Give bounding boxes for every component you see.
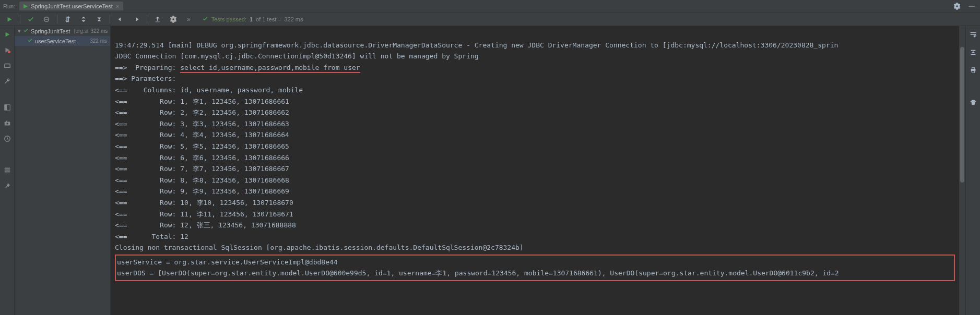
run-tab[interactable]: ▶ SpringJunitTest.userServiceTest ×: [19, 2, 123, 10]
clock-icon[interactable]: [2, 134, 13, 144]
next-test-icon[interactable]: [131, 14, 141, 25]
camera-icon[interactable]: [2, 118, 13, 128]
svg-point-1: [7, 51, 10, 53]
scroll-to-end-icon[interactable]: [968, 47, 978, 57]
console-line: <== Columns: id, username, password, mob…: [115, 86, 303, 94]
tests-passed-label: Tests passed:: [211, 16, 246, 22]
soft-wrap-icon[interactable]: [968, 29, 978, 40]
check-icon: [27, 38, 33, 44]
console-row: <== Row: 3, 李3, 123456, 13071686663: [115, 120, 289, 128]
console-row: <== Row: 10, 李10, 123456, 1307168670: [115, 199, 293, 207]
console-line: ==> Preparing: select id,username,passwo…: [115, 64, 360, 73]
console-line: userService = org.star.service.UserServi…: [117, 258, 338, 266]
prev-test-icon[interactable]: [115, 14, 126, 25]
more-options-icon[interactable]: [168, 14, 179, 25]
tests-duration: 322 ms: [284, 16, 303, 22]
tests-total-label: of 1 test –: [256, 16, 281, 22]
expand-all-icon[interactable]: [78, 14, 89, 25]
console-line: ==> Parameters:: [115, 75, 180, 82]
vertical-scrollbar[interactable]: [959, 26, 965, 315]
scrollbar-thumb[interactable]: [960, 47, 964, 183]
svg-point-6: [6, 123, 8, 125]
separator: [147, 15, 147, 24]
highlighted-output: userService = org.star.service.UserServi…: [115, 255, 955, 281]
chevron-right-icon[interactable]: »: [187, 16, 191, 23]
rerun-icon[interactable]: [2, 29, 13, 40]
clear-all-icon[interactable]: [968, 97, 978, 107]
collapse-all-icon[interactable]: [94, 14, 104, 25]
console-row: <== Row: 9, 李9, 123456, 13071686669: [115, 187, 289, 195]
svg-rect-14: [972, 71, 974, 73]
console-row: <== Row: 2, 李2, 123456, 13071686662: [115, 108, 289, 116]
pin-icon[interactable]: [2, 180, 13, 191]
tree-root-pkg: (org.st: [74, 28, 88, 34]
console-row: <== Row: 8, 李8, 123456, 13071686668: [115, 176, 289, 184]
show-passed-toggle[interactable]: [26, 14, 36, 25]
tree-child-label: userServiceTest: [35, 38, 76, 44]
chevron-down-icon[interactable]: ▾: [18, 28, 21, 34]
console-line: <== Total: 12: [115, 233, 188, 240]
console-row: <== Row: 5, 李5, 123456, 13071686665: [115, 142, 289, 150]
rerun-failed-icon[interactable]: [2, 45, 13, 55]
sort-icon[interactable]: [63, 14, 73, 25]
test-tree[interactable]: ▾ SpringJunitTest (org.st 322 ms userSer…: [15, 26, 111, 315]
layout-icon[interactable]: [2, 102, 13, 113]
run-label: Run:: [3, 3, 15, 9]
svg-rect-10: [4, 169, 10, 171]
close-icon[interactable]: ×: [116, 3, 119, 9]
svg-rect-11: [4, 172, 10, 173]
play-icon: ▶: [23, 3, 28, 9]
tree-root[interactable]: ▾ SpringJunitTest (org.st 322 ms: [15, 26, 110, 36]
separator: [20, 15, 20, 24]
separator: [110, 15, 110, 24]
svg-rect-13: [972, 68, 974, 69]
console-line: JDBC Connection [com.mysql.cj.jdbc.Conne…: [115, 52, 479, 60]
sql-query: select id,username,password,mobile from …: [180, 64, 360, 73]
check-icon: [23, 28, 29, 34]
minimize-icon[interactable]: —: [966, 1, 977, 11]
tests-passed-count: 1: [250, 16, 253, 22]
wrench-icon[interactable]: [2, 76, 13, 87]
console-output[interactable]: 19:47:29.514 [main] DEBUG org.springfram…: [111, 26, 959, 315]
check-icon: [202, 16, 208, 23]
toggle-auto-icon[interactable]: [2, 60, 13, 71]
svg-rect-2: [4, 64, 10, 68]
svg-rect-4: [4, 105, 6, 111]
show-ignored-toggle[interactable]: [41, 14, 52, 25]
separator: [57, 15, 57, 24]
stack-icon[interactable]: [2, 165, 13, 175]
tree-child-time: 322 ms: [90, 38, 107, 44]
tests-status: Tests passed: 1 of 1 test – 322 ms: [202, 16, 303, 23]
console-line: 19:47:29.514 [main] DEBUG org.springfram…: [115, 41, 838, 49]
console-row: <== Row: 12, 张三, 123456, 13071688888: [115, 221, 296, 229]
rerun-button[interactable]: [4, 14, 15, 25]
console-row: <== Row: 11, 李11, 123456, 1307168671: [115, 210, 293, 218]
gear-icon[interactable]: [952, 1, 962, 11]
console-row: <== Row: 6, 李6, 123456, 13071686666: [115, 154, 289, 162]
tree-root-label: SpringJunitTest: [31, 28, 70, 34]
tree-child[interactable]: userServiceTest 322 ms: [15, 36, 110, 46]
console-row: <== Row: 1, 李1, 123456, 13071686661: [115, 98, 289, 105]
console-line: userDOS = [UserDO(super=org.star.entity.…: [117, 269, 839, 277]
svg-rect-9: [4, 168, 10, 169]
print-icon[interactable]: [968, 65, 978, 75]
console-row: <== Row: 7, 李7, 123456, 13071686667: [115, 165, 289, 173]
console-line: Closing non transactional SqlSession [or…: [115, 244, 524, 251]
svg-rect-7: [6, 121, 7, 122]
tree-root-time: 322 ms: [91, 28, 108, 34]
tab-title: SpringJunitTest.userServiceTest: [31, 3, 113, 9]
console-row: <== Row: 4, 李4, 123456, 13071686664: [115, 131, 289, 139]
export-icon[interactable]: [152, 14, 163, 25]
